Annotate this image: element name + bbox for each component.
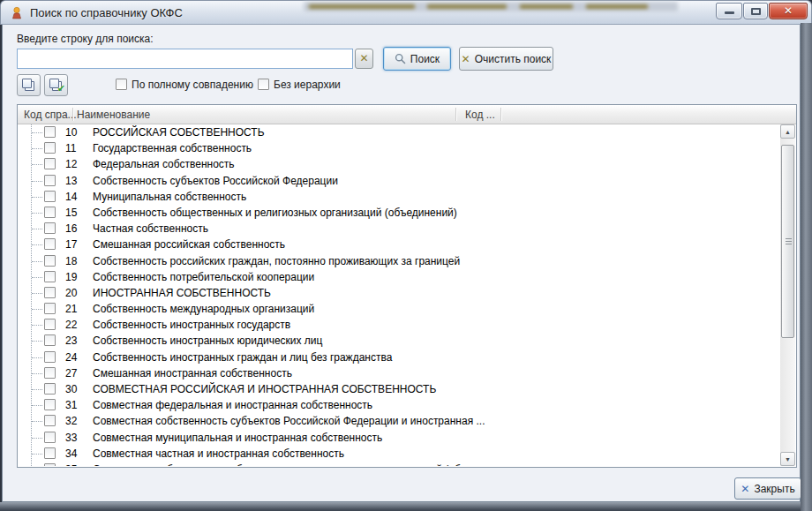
row-code: 27 — [65, 365, 77, 381]
window-icon — [10, 6, 24, 20]
search-button-label: Поиск — [410, 53, 440, 65]
row-name: Смешанная иностранная собственность — [93, 365, 292, 381]
table-row[interactable]: 27Смешанная иностранная собственность — [19, 365, 780, 381]
row-code: 16 — [65, 221, 77, 237]
table-row[interactable]: 31Совместная федеральная и иностранная с… — [19, 397, 780, 413]
row-code: 33 — [65, 430, 77, 446]
column-header-name[interactable]: Наименование — [77, 105, 150, 124]
row-checkbox[interactable] — [44, 319, 56, 330]
row-code: 17 — [65, 237, 77, 252]
row-name: Совместная частная и иностранная собстве… — [93, 446, 344, 462]
scroll-down-button[interactable]: ▼ — [780, 452, 795, 466]
row-checkbox[interactable] — [44, 303, 56, 314]
scroll-up-button[interactable]: ▲ — [780, 124, 795, 139]
table-row[interactable]: 33Совместная муниципальная и иностранная… — [19, 430, 780, 446]
row-checkbox[interactable] — [44, 126, 56, 138]
row-checkbox[interactable] — [44, 255, 56, 267]
table-row[interactable]: 15Собственность общественных и религиозн… — [19, 205, 780, 221]
tree-branch-icon — [32, 261, 42, 262]
row-name: Собственность иностранных государств — [93, 317, 290, 333]
row-checkbox[interactable] — [44, 191, 56, 202]
row-name: ИНОСТРАННАЯ СОБСТВЕННОСТЬ — [93, 285, 271, 301]
table-row[interactable]: 12Федеральная собственность — [19, 156, 780, 172]
row-checkbox[interactable] — [44, 334, 56, 346]
table-row[interactable]: 11Государственная собственность — [19, 140, 780, 156]
row-checkbox[interactable] — [44, 158, 56, 169]
row-checkbox[interactable] — [44, 238, 56, 250]
table-row[interactable]: 35Совместная собственность общественных … — [19, 462, 780, 466]
row-code: 10 — [65, 124, 77, 140]
row-checkbox[interactable] — [44, 207, 56, 218]
copy-items-button[interactable] — [17, 74, 41, 96]
search-input[interactable] — [17, 49, 353, 69]
row-name: Совместная собственность субъектов Росси… — [93, 413, 485, 429]
row-checkbox[interactable] — [44, 222, 56, 234]
tree-branch-icon — [32, 438, 42, 439]
scroll-thumb[interactable] — [781, 145, 794, 338]
table-row[interactable]: 10РОССИЙСКАЯ СОБСТВЕННОСТЬ — [19, 124, 780, 140]
table-row[interactable]: 13Собственность субъектов Российской Фед… — [19, 173, 780, 189]
no-hierarchy-checkbox[interactable] — [258, 79, 269, 90]
row-name: РОССИЙСКАЯ СОБСТВЕННОСТЬ — [93, 124, 265, 140]
row-checkbox[interactable] — [44, 447, 56, 459]
table-body: 10РОССИЙСКАЯ СОБСТВЕННОСТЬ11Государствен… — [19, 124, 780, 466]
header-separator — [455, 108, 456, 121]
row-code: 32 — [65, 413, 77, 429]
maximize-icon — [751, 8, 761, 15]
column-header-code[interactable]: Код спра... — [24, 105, 77, 124]
tree-branch-icon — [32, 277, 42, 278]
row-checkbox[interactable] — [44, 367, 56, 379]
table-row[interactable]: 16Частная собственность — [19, 221, 780, 237]
maximize-button[interactable] — [743, 3, 768, 19]
table-row[interactable]: 19Собственность потребительской кооперац… — [19, 269, 780, 285]
close-window-button[interactable]: ✕ — [769, 3, 808, 19]
select-all-button[interactable]: ✔ — [44, 74, 68, 96]
table-row[interactable]: 14Муниципальная собственность — [19, 189, 780, 205]
row-checkbox[interactable] — [44, 463, 56, 466]
table-row[interactable]: 34Совместная частная и иностранная собст… — [19, 446, 780, 462]
row-name: Собственность субъектов Российской Федер… — [93, 173, 338, 189]
row-checkbox[interactable] — [44, 383, 56, 395]
titlebar[interactable]: Поиск по справочнику ОКФС ✕ — [0, 0, 812, 25]
full-match-checkbox[interactable] — [116, 79, 127, 90]
row-name: Федеральная собственность — [93, 156, 235, 172]
table-row[interactable]: 17Смешанная российская собственность — [19, 237, 780, 252]
tree-branch-icon — [32, 197, 42, 198]
minimize-button[interactable] — [716, 3, 742, 19]
column-header-code2[interactable]: Код ... — [465, 105, 495, 124]
clear-search-button[interactable]: ✕ Очистить поиск — [459, 47, 553, 71]
row-checkbox[interactable] — [44, 415, 56, 426]
row-code: 11 — [65, 140, 76, 156]
search-button[interactable]: Поиск — [383, 47, 451, 71]
row-checkbox[interactable] — [44, 399, 56, 410]
row-code: 22 — [65, 317, 77, 333]
row-code: 34 — [65, 446, 77, 462]
table-row[interactable]: 24Собственность иностранных граждан и ли… — [19, 349, 780, 365]
row-checkbox[interactable] — [44, 175, 56, 186]
row-name: Собственность международных организаций — [93, 301, 314, 317]
row-code: 30 — [65, 381, 77, 397]
table-row[interactable]: 22Собственность иностранных государств — [19, 317, 780, 333]
table-row[interactable]: 18Собственность российских граждан, пост… — [19, 253, 780, 269]
table-row[interactable]: 30СОВМЕСТНАЯ РОССИЙСКАЯ И ИНОСТРАННАЯ СО… — [19, 381, 780, 397]
vertical-scrollbar[interactable]: ▲ ▼ — [780, 124, 795, 466]
dialog-window: Поиск по справочнику ОКФС ✕ Введите стро… — [0, 0, 812, 511]
row-checkbox[interactable] — [44, 432, 56, 443]
close-dialog-button[interactable]: ✕ Закрыть — [734, 477, 801, 500]
clear-input-button[interactable]: ✕ — [355, 49, 373, 69]
row-checkbox[interactable] — [44, 271, 56, 282]
search-label: Введите строку для поиска: — [17, 33, 154, 45]
row-checkbox[interactable] — [44, 142, 56, 154]
row-name: Совместная федеральная и иностранная соб… — [93, 397, 372, 413]
table-row[interactable]: 21Собственность международных организаци… — [19, 301, 780, 317]
row-checkbox[interactable] — [44, 351, 56, 363]
tree-branch-icon — [32, 229, 42, 229]
window-frame-right — [801, 23, 812, 511]
table-row[interactable]: 23Собственность иностранных юридических … — [19, 333, 780, 349]
window-frame-bottom — [0, 502, 801, 511]
table-row[interactable]: 20ИНОСТРАННАЯ СОБСТВЕННОСТЬ — [19, 285, 780, 301]
row-name: Смешанная российская собственность — [93, 237, 285, 252]
tree-branch-icon — [32, 389, 42, 390]
table-row[interactable]: 32Совместная собственность субъектов Рос… — [19, 413, 780, 429]
row-checkbox[interactable] — [44, 287, 56, 298]
